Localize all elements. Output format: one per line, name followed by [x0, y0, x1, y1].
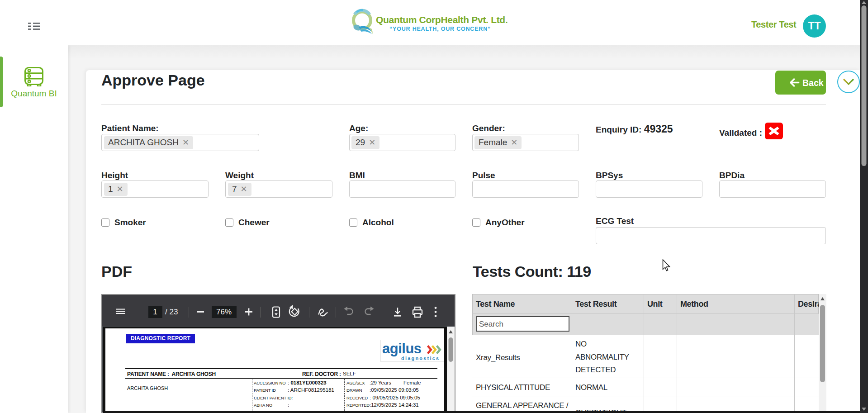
svg-text:76%: 76%: [216, 308, 232, 316]
svg-text:1: 1: [153, 308, 157, 316]
svg-text:/ 23: / 23: [165, 308, 178, 316]
